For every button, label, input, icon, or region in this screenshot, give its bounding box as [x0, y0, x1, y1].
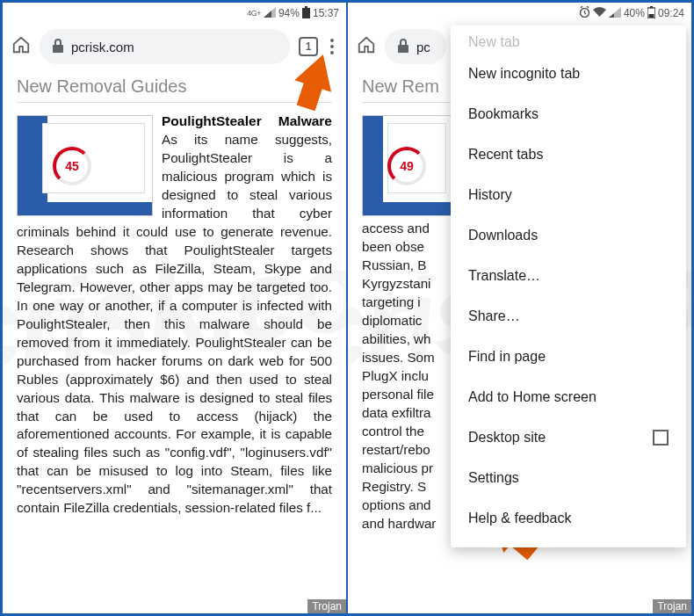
category-tag[interactable]: Trojan [307, 599, 346, 613]
right-phone: 40% 09:24 pc New Rem 49 access and been … [348, 3, 691, 613]
menu-item-downloads[interactable]: Downloads [451, 215, 686, 256]
home-icon[interactable] [11, 35, 31, 58]
menu-item-translate[interactable]: Translate… [451, 256, 686, 296]
menu-item-help[interactable]: Help & feedback [451, 498, 686, 539]
wifi-icon [593, 7, 606, 20]
score-ring: 49 [387, 147, 426, 185]
menu-desktop-label: Desktop site [468, 430, 546, 446]
url-text: pc [416, 40, 430, 54]
menu-item-incognito[interactable]: New incognito tab [451, 54, 686, 94]
menu-item-recent-tabs[interactable]: Recent tabs [451, 134, 686, 175]
desktop-site-checkbox[interactable] [653, 430, 669, 446]
menu-item-desktop-site[interactable]: Desktop site [451, 417, 686, 458]
lock-icon [397, 39, 409, 55]
nettype-label: 4G+ [247, 9, 261, 18]
overflow-menu: New tab New incognito tab Bookmarks Rece… [451, 25, 686, 547]
article-thumbnail[interactable]: 49 [362, 115, 454, 216]
article-title[interactable]: PoulightStealer Malware [162, 113, 332, 128]
menu-item-add-home[interactable]: Add to Home screen [451, 377, 686, 417]
menu-item-share[interactable]: Share… [451, 296, 686, 337]
battery-icon [302, 6, 310, 21]
alarm-icon [579, 6, 590, 20]
svg-rect-7 [398, 45, 408, 53]
menu-item-settings[interactable]: Settings [451, 458, 686, 498]
url-bar[interactable]: pcrisk.com [40, 29, 290, 64]
menu-item-new-tab[interactable]: New tab [451, 31, 686, 54]
battery-icon [647, 6, 655, 21]
addressbar-row: pcrisk.com 1 [3, 24, 346, 69]
svg-rect-2 [53, 45, 63, 53]
menu-item-bookmarks[interactable]: Bookmarks [451, 94, 686, 134]
menu-item-history[interactable]: History [451, 175, 686, 215]
clock-label: 15:37 [313, 7, 339, 19]
clock-label: 09:24 [658, 7, 684, 19]
article-thumbnail[interactable]: 45 [17, 115, 153, 216]
home-icon[interactable] [357, 35, 376, 58]
article: 45 PoulightStealer Malware As its name s… [17, 112, 332, 518]
battery-label: 94% [278, 7, 300, 19]
signal-icon [609, 7, 621, 20]
section-title: New Removal Guides [17, 76, 332, 103]
svg-rect-0 [305, 6, 307, 8]
lock-icon [52, 39, 64, 55]
statusbar-right: 40% 09:24 [348, 3, 691, 24]
url-bar[interactable]: pc [385, 29, 446, 64]
page-content: New Removal Guides 45 PoulightStealer Ma… [3, 69, 346, 613]
svg-rect-6 [648, 14, 654, 18]
battery-label: 40% [624, 7, 645, 19]
overflow-menu-button[interactable] [327, 35, 337, 58]
menu-item-find-in-page[interactable]: Find in page [451, 337, 686, 377]
left-phone: 4G+ 94% 15:37 pcrisk.com 1 New Removal G… [3, 3, 346, 613]
svg-rect-1 [302, 8, 310, 18]
url-text: pcrisk.com [71, 40, 134, 54]
signal-icon [264, 7, 276, 20]
category-tag[interactable]: Trojan [653, 599, 691, 613]
score-ring: 45 [53, 147, 91, 185]
statusbar-left: 4G+ 94% 15:37 [3, 3, 346, 24]
